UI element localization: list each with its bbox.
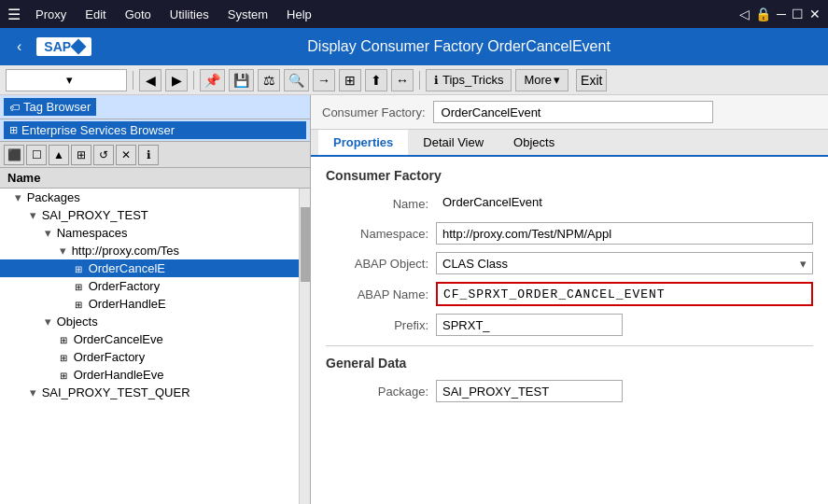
menu-system[interactable]: System	[220, 4, 275, 25]
expand-icon-ns-url: ▾	[60, 244, 66, 258]
namespaces-label: Namespaces	[57, 226, 128, 240]
upload-button[interactable]: ⬆	[365, 69, 387, 91]
nav-forward-button[interactable]: ▶	[165, 69, 188, 91]
tree-btn-1[interactable]: ⬛	[4, 145, 24, 165]
tree-node-order-cancel-eve[interactable]: ⊞ OrderCancelEve	[0, 330, 310, 348]
package-label: Package:	[326, 385, 428, 399]
tree-scrollbar-thumb[interactable]	[301, 207, 310, 282]
tree-content[interactable]: ▾ Packages ▾ SAI_PROXY_TEST ▾ Namespaces…	[0, 189, 310, 504]
more-arrow-icon: ▾	[554, 73, 560, 87]
exit-button[interactable]: Exit	[576, 69, 607, 91]
tree-node-objects[interactable]: ▾ Objects	[0, 313, 310, 330]
tree-btn-5[interactable]: ↺	[93, 145, 114, 165]
section-title-general: General Data	[326, 356, 813, 371]
tree-btn-2[interactable]: ☐	[26, 145, 47, 165]
tree-column-header: Name	[0, 168, 310, 189]
menu-help[interactable]: Help	[279, 4, 319, 25]
section-separator	[326, 345, 813, 346]
table-button[interactable]: ⊞	[339, 69, 361, 91]
packages-label: Packages	[27, 190, 80, 204]
menu-proxy[interactable]: Proxy	[28, 4, 74, 25]
orderhandlee-label: OrderHandleE	[89, 297, 166, 311]
main-content: 🏷 Tag Browser ⊞ Enterprise Services Brow…	[0, 95, 828, 504]
hamburger-icon[interactable]: ☰	[7, 6, 21, 23]
abap-object-value: CLAS Class	[442, 257, 508, 271]
prefix-input[interactable]	[436, 314, 623, 336]
tab-properties[interactable]: Properties	[318, 130, 408, 157]
tree-node-ordercancele[interactable]: ⊞ OrderCancelE	[0, 259, 310, 277]
cf-value-input[interactable]	[433, 101, 713, 123]
consumer-factory-header: Consumer Factory:	[311, 95, 828, 130]
section-title-cf: Consumer Factory	[326, 168, 813, 183]
tab-tag-browser[interactable]: 🏷 Tag Browser	[4, 98, 96, 116]
select-arrow-icon: ▾	[800, 257, 807, 271]
tab-enterprise-label: Enterprise Services Browser	[21, 123, 175, 137]
tree-node-order-handle-eve[interactable]: ⊞ OrderHandleEve	[0, 366, 310, 384]
abap-name-input[interactable]	[436, 282, 813, 306]
tree-btn-7[interactable]: ℹ	[138, 145, 159, 165]
abap-name-label: ABAP Name:	[326, 287, 428, 301]
namespace-label: Namespace:	[326, 227, 428, 241]
namespace-input[interactable]	[436, 222, 813, 245]
left-panel: 🏷 Tag Browser ⊞ Enterprise Services Brow…	[0, 95, 311, 504]
window-lock-icon: 🔒	[755, 7, 771, 21]
window-minimize-icon[interactable]: ─	[777, 7, 786, 21]
window-maximize-icon[interactable]: ☐	[792, 7, 804, 21]
nav-dropdown[interactable]: ▾	[6, 69, 127, 91]
find-button[interactable]: 🔍	[284, 69, 309, 91]
save-button[interactable]: 💾	[229, 69, 254, 91]
sap-logo: SAP	[36, 37, 91, 56]
tree-node-sai-proxy-test-quer[interactable]: ▾ SAI_PROXY_TEST_QUER	[0, 384, 310, 401]
tree-node-orderhandlee[interactable]: ⊞ OrderHandleE	[0, 295, 310, 313]
tab-objects[interactable]: Objects	[498, 130, 569, 157]
tips-tricks-button[interactable]: ℹ Tips_Tricks	[426, 69, 512, 91]
package-input[interactable]	[436, 380, 623, 402]
tree-node-order-factory[interactable]: ⊞ OrderFactory	[0, 348, 310, 366]
tag-icon: 🏷	[9, 102, 20, 113]
download-button[interactable]: ↔	[391, 69, 414, 91]
info-icon: ℹ	[434, 74, 439, 87]
form-row-package: Package:	[326, 380, 813, 402]
menu-utilities[interactable]: Utilities	[162, 4, 217, 25]
abap-object-select[interactable]: CLAS Class ▾	[436, 252, 813, 274]
expand-icon-packages: ▾	[15, 190, 21, 204]
form-row-namespace: Namespace:	[326, 222, 813, 245]
ordercancele-label: OrderCancelE	[89, 261, 165, 275]
order-cancel-eve-label: OrderCancelEve	[74, 332, 163, 346]
expand-icon-objects: ▾	[45, 315, 51, 329]
tab-detail-view[interactable]: Detail View	[408, 130, 498, 157]
pin-button[interactable]: 📌	[200, 69, 225, 91]
menu-edit[interactable]: Edit	[77, 4, 113, 25]
tree-node-orderfactory[interactable]: ⊞ OrderFactory	[0, 277, 310, 295]
nav-back-button[interactable]: ◀	[139, 69, 161, 91]
window-close-icon[interactable]: ✕	[809, 7, 821, 21]
back-button[interactable]: ‹	[11, 35, 27, 59]
tree-node-namespace-url[interactable]: ▾ http://proxy.com/Tes	[0, 242, 310, 259]
tree-btn-3[interactable]: ▲	[49, 145, 69, 165]
enterprise-icon: ⊞	[9, 124, 18, 136]
form-area: Consumer Factory Name: OrderCancelEvent …	[311, 157, 828, 504]
tree-btn-6[interactable]: ✕	[116, 145, 136, 165]
help-button2[interactable]: →	[313, 69, 335, 91]
cf-label: Consumer Factory:	[322, 105, 426, 119]
orderfactory-label: OrderFactory	[89, 279, 161, 293]
more-button[interactable]: More ▾	[515, 69, 568, 91]
toolbar-separator-2	[193, 71, 194, 90]
tree-node-sai-proxy[interactable]: ▾ SAI_PROXY_TEST	[0, 206, 310, 224]
tree-scrollbar[interactable]	[299, 189, 310, 504]
prefix-label: Prefix:	[326, 318, 428, 332]
menu-goto[interactable]: Goto	[118, 4, 159, 25]
print-button[interactable]: ⚖	[258, 69, 280, 91]
sap-text: SAP	[44, 39, 71, 54]
tab-tag-browser-label: Tag Browser	[23, 100, 91, 114]
ns-url-label: http://proxy.com/Tes	[72, 244, 179, 258]
window-back-icon[interactable]: ◁	[739, 7, 750, 21]
page-title: Display Consumer Factory OrderCancelEven…	[101, 38, 817, 55]
tree-node-packages[interactable]: ▾ Packages	[0, 189, 310, 206]
tab-enterprise-browser[interactable]: ⊞ Enterprise Services Browser	[4, 121, 306, 139]
form-row-prefix: Prefix:	[326, 314, 813, 336]
node-icon-2: ⊞	[75, 282, 82, 292]
name-label: Name:	[326, 197, 428, 211]
tree-node-namespaces[interactable]: ▾ Namespaces	[0, 224, 310, 242]
tree-btn-4[interactable]: ⊞	[71, 145, 91, 165]
